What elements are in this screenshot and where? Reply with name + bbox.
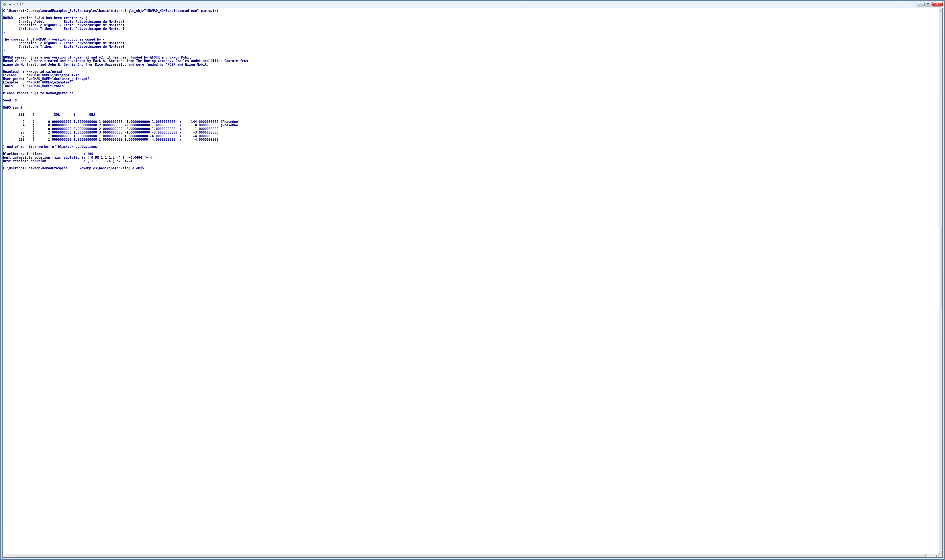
scroll-right-button[interactable]: ► [935, 554, 939, 558]
maximize-button[interactable] [924, 2, 932, 6]
svg-rect-2 [919, 5, 921, 5]
cursor [144, 169, 146, 169]
window-controls [917, 2, 943, 6]
horizontal-scroll-track[interactable] [6, 554, 935, 557]
close-button[interactable] [932, 2, 943, 6]
vertical-scrollbar[interactable]: ▲ ▼ [939, 8, 942, 554]
horizontal-scroll-thumb[interactable] [15, 554, 926, 557]
terminal-viewport: C:\Users\ct\Desktop\nomadExamples_3.8.0\… [3, 8, 942, 554]
scroll-left-button[interactable]: ◄ [3, 554, 6, 558]
window-title: nomad.3.8.0 [8, 3, 917, 6]
scrollbar-corner [939, 554, 942, 558]
svg-point-1 [4, 4, 5, 5]
terminal-output[interactable]: C:\Users\ct\Desktop\nomadExamples_3.8.0\… [3, 8, 939, 554]
vertical-scroll-thumb[interactable] [939, 227, 942, 308]
titlebar[interactable]: nomad.3.8.0 [1, 1, 944, 8]
app-icon [3, 3, 6, 6]
minimize-button[interactable] [917, 2, 924, 6]
horizontal-scrollbar[interactable]: ◄ ► [3, 554, 942, 557]
svg-rect-3 [927, 3, 929, 5]
client-area: C:\Users\ct\Desktop\nomadExamples_3.8.0\… [2, 8, 943, 558]
app-window: nomad.3.8.0 C:\Users\ct\Desktop\nomadExa… [1, 1, 944, 559]
scroll-up-button[interactable]: ▲ [939, 8, 942, 12]
scroll-down-button[interactable]: ▼ [939, 550, 942, 554]
vertical-scroll-track[interactable] [939, 12, 942, 550]
